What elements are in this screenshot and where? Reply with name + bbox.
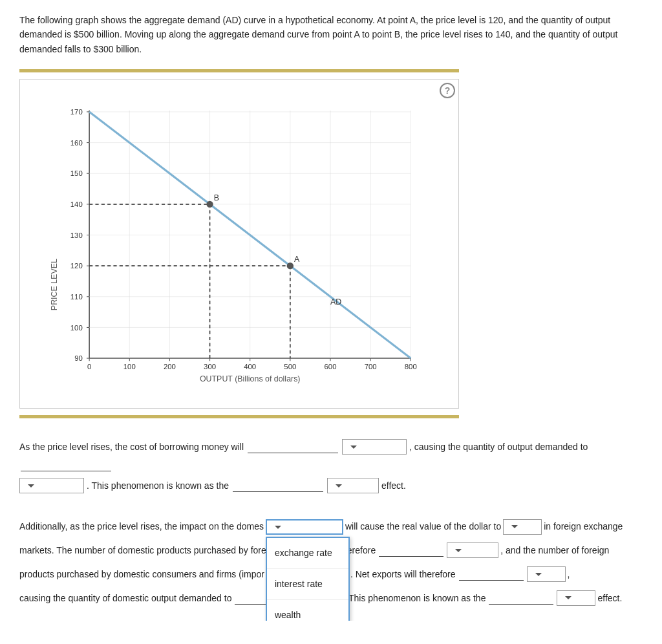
svg-text:500: 500 [284,363,296,370]
q1-drop2-suffix: . This phenomenon is known as the [87,477,229,495]
dropdown-popup: exchange rate interest rate wealth [266,537,350,621]
popup-wrapper: exchange rate interest rate wealth [266,517,343,537]
svg-text:A: A [294,255,300,264]
svg-text:B: B [214,193,219,202]
popup-item-interest-rate[interactable]: interest rate [267,569,348,600]
svg-text:100: 100 [70,324,83,332]
svg-text:400: 400 [244,363,256,370]
q2-end: effect. [597,588,622,608]
intro-text: The following graph shows the aggregate … [19,13,643,56]
q2-suffix: . This phenomenon is known as the [343,588,486,608]
q2-dropdown1[interactable] [503,519,542,535]
q2-comma: , [568,564,570,585]
q1-line: As the price level rises, the cost of bo… [19,438,643,471]
q2-dropdown2[interactable] [447,542,498,558]
svg-text:0: 0 [87,363,91,370]
q2-mid3: , and the number of foreign [500,541,609,561]
q1-prefix: As the price level rises, the cost of bo… [19,438,244,456]
svg-text:OUTPUT (Billions of dollars): OUTPUT (Billions of dollars) [200,374,301,383]
svg-text:130: 130 [70,231,83,239]
q1-dropdown1[interactable] [342,439,407,455]
questions-section: As the price level rises, the cost of bo… [19,438,643,608]
q2-net-exports: . Net exports will therefore [350,564,456,585]
ad-chart: PRICE LEVEL 90 100 110 120 130 [49,92,424,396]
help-icon[interactable]: ? [440,83,455,98]
q2-blank5 [459,568,524,581]
q1-suffix: , causing the quantity of output demande… [409,438,588,456]
q1-blank2 [21,458,111,471]
popup-item-wealth[interactable]: wealth [267,600,348,621]
q2-blank7 [489,592,553,605]
q2-markets-text: markets. The number of domestic products… [19,541,266,561]
svg-text:170: 170 [70,108,83,116]
q2-dropdown6[interactable] [557,590,595,606]
svg-text:150: 150 [70,170,83,178]
popup-item-exchange-rate[interactable]: exchange rate [267,538,348,569]
svg-text:800: 800 [405,363,417,370]
svg-text:700: 700 [365,363,377,370]
svg-text:200: 200 [164,363,176,370]
q2-popup-trigger[interactable] [266,519,343,535]
q2-causing-text: causing the quantity of domestic output … [19,588,231,608]
svg-text:120: 120 [70,262,83,270]
svg-text:110: 110 [70,293,83,301]
svg-text:AD: AD [330,297,341,306]
q1-blank1 [248,440,338,453]
svg-text:PRICE LEVEL: PRICE LEVEL [50,259,59,310]
q1-blank3 [233,479,323,492]
q1-line2: . This phenomenon is known as the effect… [19,477,643,495]
q2-mid1: will cause the real value of the dollar … [345,517,501,537]
q2-blank3 [379,544,443,557]
q2-mid2: in foreign exchange [544,517,623,537]
q2-prefix: Additionally, as the price level rises, … [19,517,264,537]
svg-text:100: 100 [123,363,136,370]
q1-dropdown3[interactable] [327,478,379,493]
svg-text:90: 90 [74,354,83,362]
svg-point-64 [287,263,294,269]
svg-text:300: 300 [204,363,216,370]
q2-products-text: products purchased by domestic consumers… [19,564,264,585]
svg-point-60 [206,201,213,208]
q1-drop3-suffix: effect. [381,477,406,495]
svg-text:160: 160 [70,139,83,147]
svg-text:140: 140 [70,200,83,208]
q1-dropdown2[interactable] [19,478,84,493]
svg-text:600: 600 [325,363,337,370]
q2-dropdown4[interactable] [527,566,566,582]
